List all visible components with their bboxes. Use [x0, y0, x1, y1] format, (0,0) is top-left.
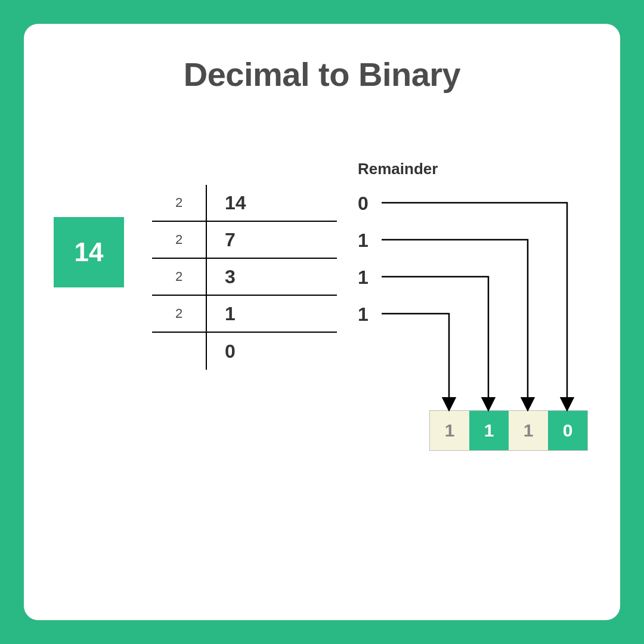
result-bit: 1	[509, 411, 548, 450]
divisor-cell: 2	[152, 306, 206, 321]
quotient-cell: 1	[206, 296, 337, 332]
final-quotient-cell: 0	[206, 333, 337, 370]
quotient-cell: 14	[206, 185, 337, 221]
division-row: 2 7	[152, 222, 337, 259]
division-row: 2 1	[152, 296, 337, 333]
binary-result: 1 1 1 0	[429, 410, 588, 451]
arrow-icon	[382, 240, 528, 404]
result-bit: 0	[548, 411, 587, 450]
division-row: 2 3	[152, 259, 337, 296]
remainder-cell: 1	[358, 259, 369, 296]
remainder-cell: 1	[358, 296, 369, 333]
divisor-cell: 2	[152, 195, 206, 210]
remainder-column: 0 1 1 1	[358, 185, 369, 333]
result-bit: 1	[469, 411, 509, 450]
decimal-input-box: 14	[54, 217, 124, 287]
decimal-value: 14	[75, 237, 104, 267]
result-bit: 1	[430, 411, 469, 450]
quotient-cell: 3	[206, 259, 337, 295]
remainder-cell: 1	[358, 222, 369, 259]
remainder-cell: 0	[358, 185, 369, 222]
arrow-icon	[382, 314, 449, 404]
remainder-heading: Remainder	[358, 160, 438, 178]
arrow-icon	[382, 203, 567, 404]
divisor-cell: 2	[152, 232, 206, 247]
quotient-cell: 7	[206, 222, 337, 258]
division-table: 2 14 2 7 2 3 2 1 0	[152, 185, 337, 370]
diagram-card: Decimal to Binary 14 2 14 2 7 2 3 2 1 0 …	[24, 24, 620, 620]
division-row: 2 14	[152, 185, 337, 222]
page-title: Decimal to Binary	[24, 55, 620, 94]
arrow-icon	[382, 277, 488, 404]
divisor-cell: 2	[152, 269, 206, 284]
division-row-final: 0	[152, 333, 337, 370]
